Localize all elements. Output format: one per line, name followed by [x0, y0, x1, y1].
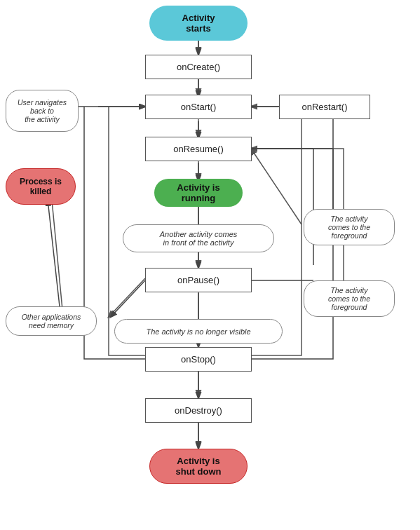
activity-foreground2-label: The activitycomes to theforeground: [328, 286, 370, 311]
svg-line-10: [109, 278, 145, 317]
on-start-label: onStart(): [181, 102, 217, 112]
on-pause-label: onPause(): [177, 275, 219, 285]
user-navigates-note: User navigatesback tothe activity: [6, 90, 79, 132]
on-stop-label: onStop(): [181, 354, 216, 365]
svg-line-9: [251, 149, 302, 224]
on-create-node: onCreate(): [145, 55, 252, 79]
activity-foreground1-label: The activitycomes to theforeground: [328, 215, 370, 240]
activity-starts-node: Activitystarts: [149, 6, 248, 41]
no-longer-visible-label: The activity is no longer visible: [146, 327, 250, 336]
on-restart-label: onRestart(): [302, 102, 347, 112]
activity-lifecycle-diagram: Activitystarts onCreate() onStart() onRe…: [0, 0, 420, 530]
svg-line-11: [50, 186, 63, 317]
other-apps-memory-note: Other applicationsneed memory: [6, 306, 97, 336]
on-destroy-node: onDestroy(): [145, 398, 252, 423]
on-restart-node: onRestart(): [279, 95, 370, 119]
on-resume-label: onResume(): [173, 144, 224, 154]
activity-shutdown-node: Activity isshut down: [149, 449, 248, 484]
process-killed-node: Process iskilled: [6, 168, 76, 205]
another-activity-label: Another activity comesin front of the ac…: [160, 230, 238, 247]
activity-starts-label: Activitystarts: [182, 13, 215, 34]
on-stop-node: onStop(): [145, 347, 252, 372]
another-activity-note: Another activity comesin front of the ac…: [123, 224, 274, 252]
no-longer-visible-note: The activity is no longer visible: [114, 319, 283, 344]
on-resume-node: onResume(): [145, 137, 252, 161]
other-apps-memory-label: Other applicationsneed memory: [22, 313, 81, 329]
svg-line-29: [48, 200, 60, 306]
on-start-node: onStart(): [145, 95, 252, 119]
svg-line-28: [111, 280, 145, 317]
process-killed-label: Process iskilled: [20, 177, 62, 196]
activity-foreground1-note: The activitycomes to theforeground: [304, 209, 395, 245]
activity-foreground2-note: The activitycomes to theforeground: [304, 280, 395, 317]
on-create-label: onCreate(): [177, 62, 220, 72]
activity-running-node: Activity isrunning: [154, 179, 243, 207]
activity-shutdown-label: Activity isshut down: [176, 456, 222, 477]
on-destroy-label: onDestroy(): [175, 405, 222, 416]
on-pause-node: onPause(): [145, 268, 252, 292]
user-navigates-label: User navigatesback tothe activity: [18, 98, 67, 123]
activity-running-label: Activity isrunning: [177, 182, 219, 203]
